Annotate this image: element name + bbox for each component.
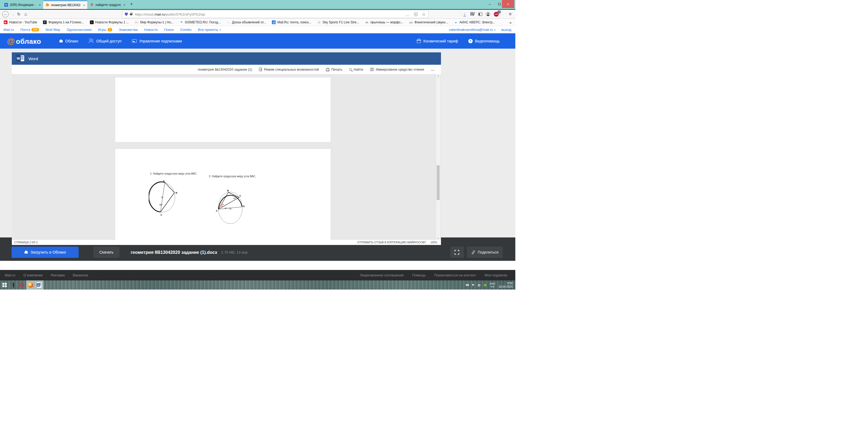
nav-cloud[interactable]: Облако	[59, 39, 78, 43]
window-close-button[interactable]: ×	[502, 0, 514, 8]
scrollbar-thumb[interactable]	[437, 165, 440, 200]
network-icon[interactable]: ▤	[477, 283, 480, 287]
library-button[interactable]	[469, 10, 476, 19]
link-games[interactable]: Игры1	[98, 28, 112, 32]
immersive-reader-button[interactable]: Иммерсивное средство чтения	[370, 68, 424, 72]
language-indicator[interactable]: ENGUS	[490, 282, 495, 288]
sidebars-button[interactable]	[477, 10, 484, 19]
bookmark-board[interactable]: ::Доска объявлений от...	[226, 21, 266, 24]
tray-green-app-icon[interactable]	[484, 284, 487, 287]
tab-mail-inbox[interactable]: ✉ (555) Входящие - Почта Mail.r ×	[2, 1, 43, 9]
footer-link-jobs[interactable]: Вакансии	[73, 273, 88, 277]
tab-close-icon[interactable]: ×	[123, 3, 125, 7]
link-moymir[interactable]: Мой Мир	[45, 28, 60, 32]
adblock-badge: 2	[498, 10, 501, 13]
accessibility-mode-button[interactable]: Режим специальных возможностей	[259, 68, 319, 72]
bookmark-f1world[interactable]: F1Мир Формулы-1 | Но...	[135, 21, 174, 24]
adblock-button[interactable]: ABP2	[493, 10, 500, 19]
share-button[interactable]: Поделиться	[467, 247, 503, 258]
bookmark-phonetic[interactable]: [ф]Фонетический (звуко...	[409, 21, 448, 24]
document-scrollbar[interactable]: ▲ ▼	[436, 75, 440, 240]
search-icon	[349, 68, 351, 70]
upload-to-cloud-button[interactable]: Загрузить в Облако	[11, 247, 79, 258]
account-email[interactable]: valentinakrasnihina@mail.ru▾	[449, 28, 495, 32]
zoom-level[interactable]: 100%	[430, 241, 437, 244]
footer-link-subscriptions[interactable]: Мои подписки	[485, 273, 507, 277]
more-options-button[interactable]: ...	[431, 68, 435, 72]
forward-button[interactable]: →	[10, 10, 16, 19]
cloud-logo[interactable]: @ облако	[7, 36, 41, 46]
skysports-icon: s	[317, 21, 321, 24]
footer-link-company[interactable]: О компании	[23, 273, 43, 277]
footer-link-mailru[interactable]: Mail.ru	[5, 273, 15, 277]
bookmark-youtube[interactable]: ▶Новости - YouTube	[4, 21, 37, 24]
link-mailru[interactable]: Mail.ru	[3, 28, 14, 32]
url-bar[interactable]: https://cloud.mail.ru/public/57KZ/oFySPG…	[122, 10, 429, 18]
document-area: 1. Найдите градусную меру угла ВАС. 2. Н…	[12, 75, 441, 240]
volume-icon[interactable]	[466, 284, 469, 286]
windows-logo-icon	[2, 283, 7, 287]
new-tab-button[interactable]: +	[130, 1, 133, 7]
bookmark-gismeteo[interactable]: ☂GISMETEO.RU: Погод...	[180, 21, 221, 24]
question-icon: ?	[468, 39, 473, 43]
footer-link-report[interactable]: Пожаловаться на контент	[434, 273, 476, 277]
taskbar-app-firefox[interactable]	[26, 280, 35, 289]
link-search[interactable]: Поиск	[164, 28, 174, 32]
fig1-angle-53: 53°	[159, 204, 163, 206]
tab-yandex-search[interactable]: Я найдите градусную меру угла ×	[88, 1, 127, 9]
fig2-label-d: D	[243, 205, 245, 208]
page-actions-icon[interactable]: …	[406, 12, 410, 17]
footer-link-ads[interactable]: Реклама	[51, 273, 65, 277]
url-text[interactable]: https://cloud.mail.ru/public/57KZ/oFySPG…	[135, 12, 205, 17]
bookmarks-overflow-chevron[interactable]: »	[509, 20, 512, 25]
window-minimize-button[interactable]: –	[485, 0, 495, 8]
tariff-link[interactable]: Космический тариф	[417, 39, 458, 43]
footer-link-help[interactable]: Помощь	[412, 273, 426, 277]
link-combo[interactable]: Combo	[180, 28, 191, 32]
taskbar-clock[interactable]: 9:5616.04.2020	[498, 282, 513, 288]
scroll-down-icon[interactable]: ▼	[436, 237, 440, 239]
bookmark-mailru[interactable]: @Mail.Ru: почта, поиск...	[272, 21, 311, 24]
menu-button[interactable]: ≡	[507, 10, 514, 19]
feedback-link[interactable]: ОТПРАВИТЬ ОТЗЫВ В КОРПОРАЦИЮ МАЙКРОСОФТ	[357, 241, 426, 244]
flag-icon[interactable]: ⚑	[472, 283, 474, 287]
downloads-button[interactable]: ↓	[461, 10, 468, 19]
reload-button[interactable]: ↻	[16, 10, 22, 19]
home-button[interactable]: ⌂	[23, 10, 29, 19]
tracking-protection-shield-icon[interactable]	[125, 12, 128, 16]
taskbar-app-word[interactable]: W	[35, 280, 43, 289]
link-dating[interactable]: Знакомства	[119, 28, 138, 32]
find-button[interactable]: Найти	[349, 68, 363, 72]
download-button[interactable]: Скачать	[93, 247, 119, 258]
link-odnoklassniki[interactable]: Одноклассники	[67, 28, 92, 32]
link-all-projects[interactable]: Все проекты▾	[198, 28, 221, 32]
bookmark-star-icon[interactable]: ☆	[422, 12, 426, 17]
scroll-up-icon[interactable]: ▲	[436, 75, 440, 77]
back-button[interactable]: ←	[2, 10, 9, 19]
nav-subscriptions[interactable]: Управление подписками	[132, 39, 182, 43]
screenshot-canvas: ✉ (555) Входящие - Почта Mail.r × геомет…	[0, 0, 868, 426]
nav-shared-access[interactable]: Общий доступ	[89, 39, 121, 43]
bookmark-morpho[interactable]: mпрыгнешь — морфо...	[365, 21, 403, 24]
logout-link[interactable]: выход	[501, 28, 511, 32]
bookmark-f1news[interactable]: FФормула 1 на F1news...	[43, 21, 84, 24]
people-icon	[89, 39, 94, 42]
bookmark-formula-news[interactable]: SНовости Формулы 1 ...	[90, 21, 129, 24]
print-button[interactable]: Печать	[326, 68, 342, 72]
start-button[interactable]	[0, 280, 9, 289]
tab-close-icon[interactable]: ×	[83, 3, 85, 7]
video-help-link[interactable]: ?Видеопомощь	[468, 39, 500, 43]
footer-link-license[interactable]: Лицензионное соглашение	[360, 273, 404, 277]
link-news[interactable]: Новости	[144, 28, 158, 32]
tab-geometry-doc[interactable]: геометрия 8В13042020 задани ×	[43, 1, 87, 9]
bookmark-skysports[interactable]: sSky Sports F1 Live Stre...	[317, 21, 359, 24]
fullscreen-button[interactable]: ◤◥◣◢	[451, 247, 464, 258]
link-mail[interactable]: Почта554	[21, 28, 39, 32]
taskbar-app-pen[interactable]	[9, 280, 18, 289]
tab-close-icon[interactable]: ×	[39, 3, 41, 7]
taskbar-app-opera[interactable]	[18, 280, 26, 289]
bookmark-avers[interactable]: ▲АИАС АВЕРС: Электр...	[454, 21, 495, 24]
pocket-icon[interactable]: ∨	[414, 12, 417, 16]
lock-icon[interactable]	[130, 13, 132, 15]
account-button[interactable]	[485, 10, 491, 19]
